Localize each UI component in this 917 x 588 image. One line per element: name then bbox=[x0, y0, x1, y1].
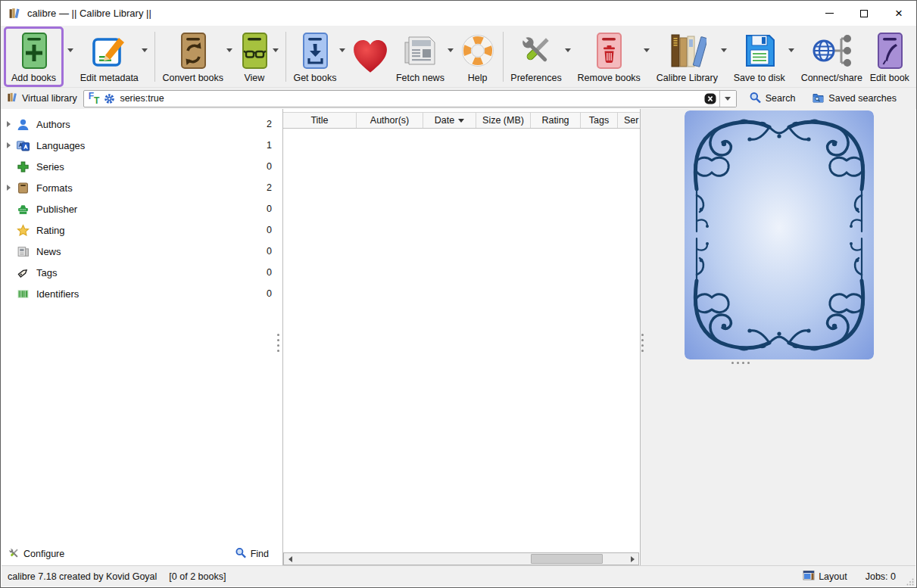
connect-share-button[interactable]: Connect/share bbox=[799, 30, 865, 84]
tags-icon bbox=[17, 266, 31, 279]
save-to-disk-dropdown-arrow[interactable] bbox=[788, 48, 794, 52]
virtual-library-button[interactable]: Virtual library bbox=[7, 92, 77, 105]
preferences-icon bbox=[516, 30, 556, 71]
news-icon bbox=[17, 245, 31, 258]
donate-button[interactable] bbox=[350, 36, 391, 78]
sidebar-item-authors[interactable]: Authors 2 bbox=[2, 114, 282, 135]
expand-arrow-icon[interactable] bbox=[7, 142, 17, 148]
sidebar-item-rating[interactable]: Rating 0 bbox=[2, 219, 282, 241]
formats-icon bbox=[17, 182, 31, 194]
sidebar-item-formats[interactable]: Formats 2 bbox=[2, 177, 282, 198]
cover-splitter-handle[interactable] bbox=[731, 362, 750, 364]
toolbar-separator bbox=[285, 32, 286, 82]
scrollbar-thumb[interactable] bbox=[531, 554, 604, 564]
get-books-label: Get books bbox=[293, 73, 336, 83]
configure-label: Configure bbox=[23, 549, 64, 559]
get-books-dropdown-arrow[interactable] bbox=[339, 48, 345, 52]
edit-metadata-dropdown-arrow[interactable] bbox=[142, 48, 148, 52]
edit-metadata-icon bbox=[92, 30, 126, 71]
add-books-dropdown-arrow[interactable] bbox=[67, 48, 73, 52]
book-cover-image[interactable] bbox=[685, 110, 874, 359]
configure-button[interactable]: Configure bbox=[8, 547, 64, 562]
fulltext-toggle-icon[interactable]: FT bbox=[89, 94, 100, 103]
layout-label: Layout bbox=[819, 571, 847, 582]
sidebar-item-news[interactable]: News 0 bbox=[2, 241, 282, 262]
fetch-news-button[interactable]: Fetch news bbox=[394, 30, 447, 84]
get-books-button[interactable]: Get books bbox=[291, 30, 338, 84]
horizontal-scrollbar[interactable] bbox=[283, 552, 639, 565]
fetch-news-icon bbox=[402, 30, 438, 71]
close-button[interactable]: × bbox=[881, 1, 916, 26]
book-list-empty-area[interactable] bbox=[283, 129, 639, 552]
add-books-button[interactable]: Add books bbox=[9, 30, 58, 84]
edit-book-button[interactable]: Edit book bbox=[868, 30, 912, 84]
remove-books-button[interactable]: Remove books bbox=[575, 30, 643, 84]
sidebar-item-series[interactable]: Series 0 bbox=[2, 156, 282, 177]
help-button[interactable]: Help bbox=[458, 30, 497, 84]
scroll-left-button[interactable] bbox=[284, 553, 296, 565]
save-to-disk-button[interactable]: Save to disk bbox=[731, 30, 788, 84]
edit-book-icon bbox=[875, 30, 905, 71]
search-history-dropdown[interactable] bbox=[719, 91, 736, 107]
scrollbar-track[interactable] bbox=[296, 553, 626, 565]
sidebar-item-identifiers[interactable]: Identifiers 0 bbox=[2, 283, 282, 304]
view-button[interactable]: View bbox=[237, 30, 272, 84]
edit-metadata-button[interactable]: Edit metadata bbox=[78, 30, 141, 84]
find-icon bbox=[235, 547, 247, 561]
layout-button[interactable]: Layout bbox=[803, 569, 847, 583]
minimize-button[interactable] bbox=[812, 1, 847, 26]
column-header-date[interactable]: Date bbox=[423, 113, 476, 128]
scroll-right-button[interactable] bbox=[626, 553, 638, 565]
clear-search-button[interactable] bbox=[704, 93, 716, 104]
column-header-size[interactable]: Size (MB) bbox=[476, 113, 531, 128]
toolbar-separator bbox=[503, 32, 504, 82]
saved-searches-button[interactable]: Saved searches bbox=[812, 92, 897, 106]
series-icon bbox=[17, 160, 31, 173]
search-query-text: series:true bbox=[120, 93, 703, 104]
remove-books-dropdown-arrow[interactable] bbox=[644, 48, 650, 52]
fetch-news-dropdown-arrow[interactable] bbox=[448, 48, 454, 52]
calibre-library-label: Calibre Library bbox=[657, 73, 718, 83]
title-bar: calibre — || Calibre Library || × bbox=[1, 1, 916, 26]
search-icon bbox=[749, 92, 762, 106]
calibre-library-button[interactable]: Calibre Library bbox=[654, 30, 720, 84]
preferences-dropdown-arrow[interactable] bbox=[565, 48, 571, 52]
sidebar-item-tags[interactable]: Tags 0 bbox=[2, 262, 282, 283]
calibre-logo-icon bbox=[8, 7, 21, 20]
connect-share-label: Connect/share bbox=[801, 73, 862, 83]
expand-arrow-icon[interactable] bbox=[7, 185, 17, 191]
add-books-label: Add books bbox=[11, 73, 56, 83]
search-button[interactable]: Search bbox=[749, 92, 796, 106]
convert-books-dropdown-arrow[interactable] bbox=[226, 48, 232, 52]
configure-icon bbox=[8, 547, 20, 562]
convert-books-icon bbox=[178, 30, 208, 71]
book-list: Title Author(s) Date Size (MB) Rating Ta… bbox=[283, 109, 641, 565]
view-dropdown-arrow[interactable] bbox=[273, 48, 279, 52]
sidebar-item-publisher[interactable]: Publisher 0 bbox=[2, 198, 282, 219]
column-header-tags[interactable]: Tags bbox=[581, 113, 618, 128]
advanced-search-icon[interactable] bbox=[104, 93, 115, 104]
rating-icon bbox=[17, 224, 31, 237]
window-title: calibre — || Calibre Library || bbox=[27, 8, 151, 19]
column-header-rating[interactable]: Rating bbox=[531, 113, 581, 128]
convert-books-button[interactable]: Convert books bbox=[160, 30, 226, 84]
column-header-title[interactable]: Title bbox=[283, 113, 357, 128]
jobs-status[interactable]: Jobs: 0 bbox=[866, 571, 896, 582]
resize-grip[interactable] bbox=[906, 577, 914, 585]
column-header-authors[interactable]: Author(s) bbox=[357, 113, 423, 128]
cover-panel-splitter-handle[interactable] bbox=[641, 334, 644, 352]
expand-arrow-icon[interactable] bbox=[7, 121, 17, 127]
find-button[interactable]: Find bbox=[235, 547, 269, 561]
search-input[interactable]: FT series:true bbox=[83, 90, 737, 107]
preferences-button[interactable]: Preferences bbox=[508, 30, 563, 84]
column-header-series[interactable]: Ser bbox=[618, 113, 640, 128]
main-area: Authors 2 Languages 1 Series 0 Formats 2 bbox=[2, 109, 915, 565]
calibre-library-dropdown-arrow[interactable] bbox=[721, 48, 727, 52]
virtual-library-icon bbox=[7, 92, 18, 105]
sidebar-splitter-handle[interactable] bbox=[277, 334, 279, 352]
cover-browser-panel bbox=[641, 109, 915, 565]
status-bar: calibre 7.18 created by Kovid Goyal [0 o… bbox=[2, 565, 915, 586]
sidebar-item-languages[interactable]: Languages 1 bbox=[2, 135, 282, 156]
maximize-button[interactable] bbox=[847, 1, 881, 26]
connect-share-icon bbox=[811, 30, 852, 71]
